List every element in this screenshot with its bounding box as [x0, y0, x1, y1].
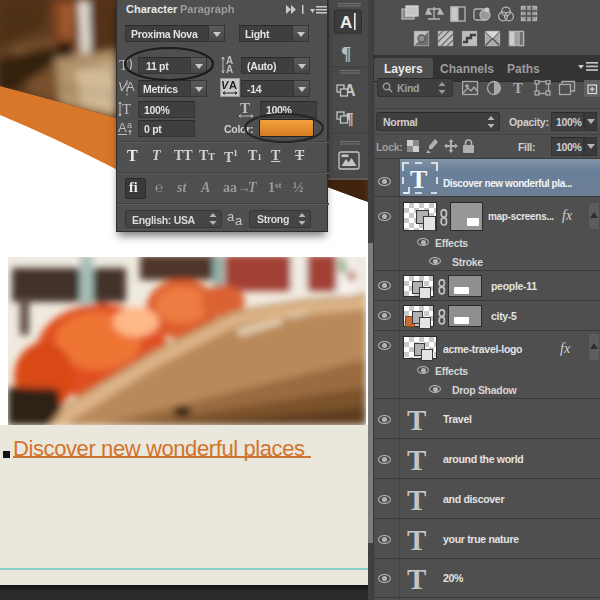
svg-text:A: A — [229, 79, 237, 91]
svg-text:A: A — [226, 64, 233, 75]
svg-text:a: a — [127, 120, 132, 130]
svg-text:¶: ¶ — [341, 43, 351, 64]
svg-text:A: A — [118, 120, 127, 135]
svg-text:a: a — [235, 213, 243, 228]
svg-text:a: a — [227, 210, 235, 224]
svg-text:A: A — [340, 13, 352, 32]
svg-text:T: T — [513, 80, 523, 96]
svg-text:T: T — [122, 101, 131, 117]
